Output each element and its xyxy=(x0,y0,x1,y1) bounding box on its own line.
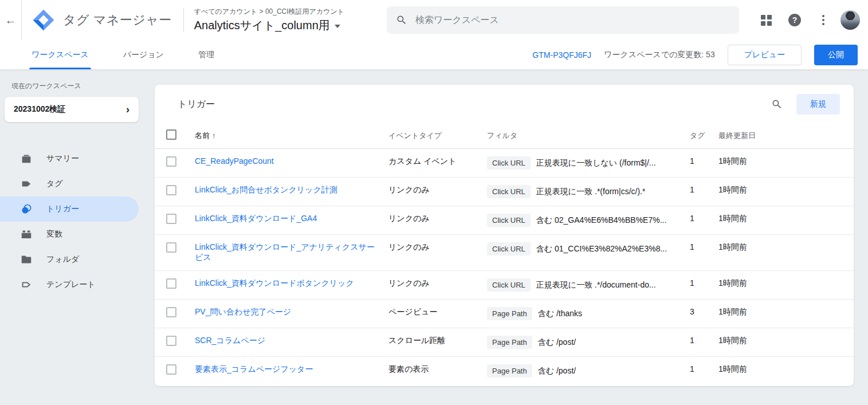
event-type-cell: ページビュー xyxy=(388,300,487,328)
row-checkbox[interactable] xyxy=(166,336,176,346)
last-updated-cell: 1時間前 xyxy=(718,300,854,328)
top-header: ← タグ マネージャー すべてのアカウント > 00_CCI検証用アカウント A… xyxy=(0,0,868,40)
filter-variable-chip: Page Path xyxy=(487,336,532,349)
column-header-name[interactable]: 名前↑ xyxy=(195,124,388,149)
trigger-name-link[interactable]: SCR_コラムページ xyxy=(195,336,265,345)
apps-grid-button[interactable] xyxy=(755,9,777,32)
event-type-cell: 要素の表示 xyxy=(388,357,487,386)
back-strip: ← xyxy=(0,0,22,40)
row-checkbox[interactable] xyxy=(166,185,176,195)
sidebar-item-2[interactable]: トリガー xyxy=(0,196,139,222)
row-checkbox[interactable] xyxy=(166,156,176,167)
filter-condition-text: 正規表現に一致しない (/form$|/... xyxy=(536,156,656,168)
sidebar-item-label: タグ xyxy=(46,179,63,189)
column-header-updated[interactable]: 最終更新日 xyxy=(718,124,854,149)
filter-condition-text: 正規表現に一致 .*/document-do... xyxy=(536,278,656,290)
help-button[interactable]: ? xyxy=(783,9,806,32)
inbox-icon xyxy=(20,152,33,165)
brick-icon xyxy=(20,228,33,241)
chevron-right-icon: › xyxy=(126,104,129,116)
workspace-selector[interactable]: 20231002検証 › xyxy=(5,97,139,122)
current-workspace-label: 現在のワークスペース xyxy=(11,81,139,91)
row-checkbox[interactable] xyxy=(166,242,176,253)
apps-grid-icon xyxy=(761,15,772,26)
tab-item[interactable]: 管理 xyxy=(198,40,214,69)
last-updated-cell: 1時間前 xyxy=(718,206,854,235)
preview-button[interactable]: プレビュー xyxy=(728,45,802,65)
header-divider xyxy=(183,8,184,32)
workspace-search-bar[interactable] xyxy=(387,6,739,34)
tab-active[interactable]: ワークスペース xyxy=(32,40,89,69)
table-row: CE_ReadyPageCount カスタム イベント Click URL 正規… xyxy=(155,149,854,178)
tag-icon xyxy=(20,178,33,190)
sort-ascending-icon: ↑ xyxy=(212,131,216,140)
sidebar-item-label: 変数 xyxy=(46,229,62,239)
filter-condition-text: 含む /post/ xyxy=(538,364,576,376)
sidebar-item-0[interactable]: サマリー xyxy=(0,146,139,171)
publish-button[interactable]: 公開 xyxy=(814,45,858,65)
account-block: すべてのアカウント > 00_CCI検証用アカウント Analyticsサイト_… xyxy=(194,7,344,33)
workspace-name: 20231002検証 xyxy=(14,104,65,115)
trigger-name-link[interactable]: LinkClick_資料ダウンロード_GA4 xyxy=(195,214,317,223)
row-checkbox[interactable] xyxy=(166,364,176,375)
event-type-cell: リンクのみ xyxy=(388,178,487,206)
sidebar-item-3[interactable]: 変数 xyxy=(0,222,139,247)
trigger-icon xyxy=(20,203,33,215)
event-type-cell: カスタム イベント xyxy=(388,149,487,178)
table-search-button[interactable] xyxy=(765,93,788,116)
sidebar-item-label: フォルダ xyxy=(46,254,79,265)
trigger-name-link[interactable]: LinkClick_お問合せボタンクリック計測 xyxy=(195,185,337,194)
container-id-link[interactable]: GTM-P3QFJ6FJ xyxy=(532,50,591,60)
table-row: PV_問い合わせ完了ページ ページビュー Page Path 含む /thank… xyxy=(155,300,854,328)
filter-variable-chip: Click URL xyxy=(487,156,531,170)
last-updated-cell: 1時間前 xyxy=(718,149,854,178)
sidebar-item-label: サマリー xyxy=(46,154,79,164)
event-type-cell: リンクのみ xyxy=(388,271,487,300)
row-checkbox[interactable] xyxy=(166,278,176,289)
triggers-table: 名前↑ イベントタイプ フィルタ タグ 最終更新日 CE_ReadyPageCo… xyxy=(155,124,854,385)
trigger-name-link[interactable]: LinkClick_資料ダウンロードボタンクリック xyxy=(195,278,354,288)
help-icon: ? xyxy=(788,14,801,26)
workspace-changes-count: ワークスペースでの変更数: 53 xyxy=(604,50,715,60)
tag-count-cell: 1 xyxy=(690,149,718,178)
last-updated-cell: 1時間前 xyxy=(718,178,854,206)
trigger-name-link[interactable]: LinkClick_資料ダウンロード_アナリティクスサービス xyxy=(195,242,375,262)
sidebar-item-4[interactable]: フォルダ xyxy=(0,247,139,272)
last-updated-cell: 1時間前 xyxy=(718,357,854,386)
sidebar-item-label: トリガー xyxy=(46,204,79,214)
filter-variable-chip: Click URL xyxy=(487,242,531,255)
tag-count-cell: 1 xyxy=(690,206,718,235)
new-trigger-button[interactable]: 新規 xyxy=(796,94,840,115)
sidebar-menu: サマリータグトリガー変数フォルダテンプレート xyxy=(0,146,139,297)
column-header-filter[interactable]: フィルタ xyxy=(487,124,690,149)
more-options-button[interactable] xyxy=(812,9,835,32)
filter-variable-chip: Click URL xyxy=(487,278,531,292)
table-header-row: 名前↑ イベントタイプ フィルタ タグ 最終更新日 xyxy=(155,124,854,149)
workspace-search-input[interactable] xyxy=(415,15,730,25)
table-row: LinkClick_資料ダウンロード_GA4 リンクのみ Click URL 含… xyxy=(155,206,854,235)
trigger-name-link[interactable]: PV_問い合わせ完了ページ xyxy=(195,307,291,316)
select-all-checkbox[interactable] xyxy=(166,129,176,140)
last-updated-cell: 1時間前 xyxy=(718,328,854,357)
last-updated-cell: 1時間前 xyxy=(718,235,854,271)
tab-item[interactable]: バージョン xyxy=(123,40,164,69)
header-icons: ? xyxy=(755,0,860,40)
trigger-name-link[interactable]: 要素表示_コラムページフッター xyxy=(195,364,313,373)
tag-count-cell: 1 xyxy=(690,235,718,271)
event-type-cell: スクロール距離 xyxy=(388,328,487,357)
container-selector[interactable]: Analyticsサイト_column用 xyxy=(194,18,344,33)
row-checkbox[interactable] xyxy=(166,307,176,317)
user-avatar[interactable] xyxy=(840,10,860,30)
back-button[interactable]: ← xyxy=(5,14,17,26)
sidebar-item-1[interactable]: タグ xyxy=(0,171,139,196)
kebab-menu-icon xyxy=(822,15,824,25)
column-header-event-type[interactable]: イベントタイプ xyxy=(388,124,487,149)
sidebar-item-5[interactable]: テンプレート xyxy=(0,272,139,297)
table-row: LinkClick_資料ダウンロード_アナリティクスサービス リンクのみ Cli… xyxy=(155,235,854,271)
tag-count-cell: 1 xyxy=(690,328,718,357)
column-header-tags[interactable]: タグ xyxy=(690,124,718,149)
tabs: ワークスペースバージョン管理 xyxy=(32,40,249,69)
row-checkbox[interactable] xyxy=(166,214,176,224)
trigger-name-link[interactable]: CE_ReadyPageCount xyxy=(195,156,274,166)
search-icon xyxy=(771,99,783,110)
